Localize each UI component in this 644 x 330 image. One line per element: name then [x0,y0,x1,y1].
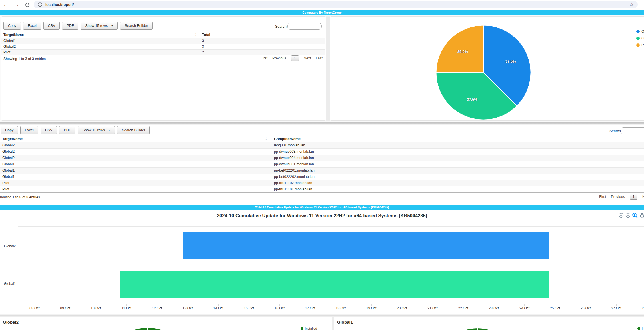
legend-item-global2[interactable]: Global2 [636,36,644,40]
x-axis-tick [402,304,402,306]
table-cell: pp-dwnuc003.monlab.lan [272,149,644,155]
x-axis-label: 15 Oct [240,306,257,310]
excel-button[interactable]: Excel [20,126,38,134]
zoom-in-icon[interactable] [618,212,624,218]
table-cell: Pilot [0,186,272,192]
table-row: Global2pp-dwnuc003.monlab.lan [0,149,644,155]
search-builder-button[interactable]: Search Builder [120,22,153,30]
info-icon[interactable] [37,2,43,7]
x-axis-tick [494,304,494,306]
forward-icon[interactable]: → [13,1,21,9]
timeline-bar-global2[interactable] [183,232,550,259]
back-icon[interactable]: ← [2,1,10,9]
column-header-total[interactable]: Total▲▼ [200,32,325,38]
chevron-down-icon: ▼ [111,25,113,27]
x-axis-label: 08 Oct [26,306,43,310]
timeline-bar-global1[interactable] [120,271,549,298]
table-cell: pp-dwnuc001.monlab.lan [272,161,644,167]
table-row: Global13 [1,38,325,44]
table-info: Showing 1 to 3 of 3 entries [3,57,46,61]
table-cell: Global2 [0,149,272,155]
x-axis-tick [371,304,372,306]
x-axis-tick [433,304,433,306]
x-axis-label: 28 Oct [638,306,644,310]
page-length-button[interactable]: Show 15 rows ▼ [78,126,115,134]
table-row: Pilot2 [1,50,325,55]
pagination-last-button[interactable]: Last [316,56,323,60]
csv-button[interactable]: CSV [41,126,57,134]
x-axis-tick [524,304,525,306]
column-header-targetname[interactable]: TargetName▲▼ [0,136,272,142]
pagination-first-button[interactable]: First [599,195,606,199]
table-cell: pp-dwnuc004.monlab.lan [272,155,644,161]
legend-label: Global2 [641,36,644,40]
chart-title: 2024-10 Cumulative Update for Windows 11… [0,213,644,218]
copy-button[interactable]: Copy [3,22,21,30]
csv-button[interactable]: CSV [43,22,60,30]
table-cell: pp-frt011102.monlab.lan [272,180,644,186]
search-input[interactable] [287,23,322,30]
table-cell: 3 [200,44,325,49]
x-axis-label: 22 Oct [455,306,472,310]
plot-border-left [18,226,18,304]
pagination-first-button[interactable]: First [261,56,267,60]
reload-icon[interactable] [23,1,31,9]
pie-slice-pilot[interactable] [436,25,483,73]
pagination-current-page[interactable]: 1 [291,55,299,61]
panel-title-computers-by-targetgroup: Computers By TargetGroup [0,10,644,15]
x-axis-label: 18 Oct [332,306,349,310]
page-length-button[interactable]: Show 15 rows ▼ [81,22,118,30]
pan-icon[interactable] [639,212,644,218]
legend-item-installed[interactable]: Installed [637,327,644,330]
x-axis-tick [341,304,341,306]
pagination-current-page[interactable]: 1 [630,194,637,200]
pie-slice-divider [477,328,478,330]
legend-item-installed[interactable]: Installed [301,327,317,330]
search-input[interactable] [621,127,644,134]
pagination-next-button[interactable]: Next [304,56,311,60]
table-row: Global2labg001.monlab.lan [0,142,644,149]
table-header-row: TargetName▲▼Total▲▼ [1,32,325,38]
x-axis-label: 16 Oct [271,306,288,310]
x-axis-tick [188,304,188,306]
pdf-button[interactable]: PDF [59,126,75,134]
table-cell: Global1 [0,168,272,174]
table-cell: Global2 [1,44,200,49]
table-header-row: TargetName▲▼ComputerName [0,136,644,142]
table-row: Global1pp-dwnuc001.monlab.lan [0,161,644,168]
bookmark-icon[interactable]: ☆ [629,1,634,8]
legend-label: Global1 [641,29,644,33]
copy-button[interactable]: Copy [1,126,18,134]
pagination-previous-button[interactable]: Previous [272,56,286,60]
pdf-button[interactable]: PDF [62,22,78,30]
x-axis-label: 10 Oct [87,306,104,310]
table-cell: Global1 [0,161,272,167]
horizontal-scrollbar[interactable] [0,122,644,124]
zoom-out-icon[interactable] [625,212,631,218]
pagination-previous-button[interactable]: Previous [611,195,625,199]
url-bar[interactable]: localhost/report/ ☆ [34,1,638,8]
legend-item-global1[interactable]: Global1 [636,29,644,33]
table-cell: Global1 [0,174,272,180]
column-header-computername[interactable]: ComputerName [272,136,644,142]
search-label: Search: [275,25,287,29]
column-header-targetname[interactable]: TargetName▲▼ [1,32,200,38]
pagination-next-button[interactable]: Next [642,195,644,199]
legend-label: Installed [642,327,644,330]
pagination: FirstPrevious1Next [599,194,644,200]
x-axis-label: 25 Oct [547,306,564,310]
table-cell: pp-bet022201.monlab.lan [272,168,644,174]
search-builder-button[interactable]: Search Builder [117,126,150,134]
y-axis-category-label: Global1 [0,282,16,286]
card-title: Global2 [3,320,19,325]
legend-item-pilot[interactable]: Pilot [636,43,644,47]
table-cell: Pilot [1,50,200,55]
legend-marker-icon [636,30,640,33]
x-axis-label: 11 Oct [118,306,135,310]
targetgroup-pie-card: 37.5%37.5%25.0% Global1Global2Pilot [330,16,644,121]
selection-zoom-icon[interactable] [632,212,638,218]
table-info: Showing 1 to 8 of 8 entries [0,195,40,199]
x-axis-label: 09 Oct [57,306,74,310]
table-cell: pp-bet022202.monlab.lan [272,174,644,180]
excel-button[interactable]: Excel [23,22,41,30]
